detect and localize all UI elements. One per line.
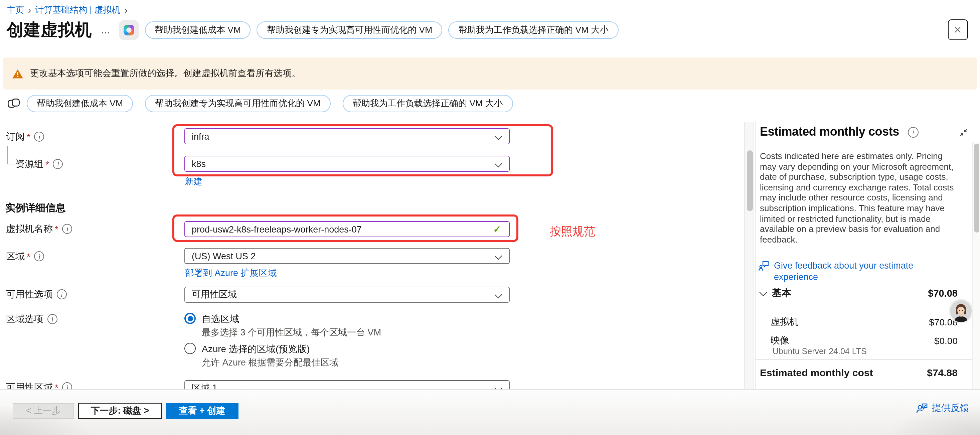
info-icon[interactable]: i xyxy=(48,314,57,324)
subscription-dropdown[interactable]: infra xyxy=(185,128,510,144)
subscription-value: infra xyxy=(192,131,209,141)
region-label: 区域 xyxy=(6,250,25,262)
copilot-suggestion-right-size[interactable]: 帮助我为工作负载选择正确的 VM 大小 xyxy=(448,21,619,38)
resource-group-label-row: 资源组 * i xyxy=(15,158,63,170)
required-asterisk: * xyxy=(45,159,49,169)
person-feedback-icon xyxy=(916,403,928,414)
zone-options-label: 区域选项 xyxy=(6,313,43,325)
estimated-costs-panel: Estimated monthly costs i Costs indicate… xyxy=(754,122,980,389)
region-dropdown[interactable]: (US) West US 2 xyxy=(185,248,510,264)
availability-options-dropdown[interactable]: 可用性区域 xyxy=(185,287,510,303)
panel-divider xyxy=(755,359,972,359)
region-label-row: 区域 * i xyxy=(6,250,45,262)
feedback-bubbles-icon xyxy=(758,260,770,272)
required-asterisk: * xyxy=(55,223,59,234)
chevron-right-icon: › xyxy=(28,6,31,14)
radio-azure-label[interactable]: Azure 选择的区域(预览版) xyxy=(202,343,310,355)
region-value: (US) West US 2 xyxy=(192,251,256,261)
cost-row-value: $0.00 xyxy=(934,335,958,346)
info-icon[interactable]: i xyxy=(34,251,45,261)
page-title: 创建虚拟机 xyxy=(7,19,92,41)
give-feedback-link[interactable]: 提供反馈 xyxy=(916,402,969,414)
tree-connector-line xyxy=(7,146,15,164)
radio-self-selected-zones[interactable] xyxy=(185,313,196,324)
close-button[interactable] xyxy=(948,19,968,40)
copilot-suggestion-high-availability[interactable]: 帮助我创建专为实现高可用性而优化的 VM xyxy=(145,94,330,112)
chevron-down-icon xyxy=(495,133,502,140)
next-step-disks-button[interactable]: 下一步: 磁盘 > xyxy=(78,403,162,419)
create-vm-page: 主页 › 计算基础结构 | 虚拟机 › 创建虚拟机 … 帮助我创建低成本 VM … xyxy=(0,0,980,435)
chevron-down-icon xyxy=(495,252,502,260)
edge-zone-link[interactable]: 部署到 Azure 扩展区域 xyxy=(185,267,277,279)
estimate-feedback-text: Give feedback about your estimate experi… xyxy=(774,260,931,283)
chevron-down-icon xyxy=(759,288,767,296)
warning-banner: 更改基本选项可能会重置所做的选择。创建虚拟机前查看所有选项。 xyxy=(3,57,977,89)
info-icon[interactable]: i xyxy=(53,159,63,169)
required-asterisk: * xyxy=(27,131,30,142)
chevron-down-icon xyxy=(495,160,502,168)
info-icon[interactable]: i xyxy=(34,132,45,142)
resource-group-dropdown[interactable]: k8s xyxy=(185,156,510,172)
availability-label-row: 可用性选项 i xyxy=(6,288,67,300)
radio-self-label[interactable]: 自选区域 xyxy=(202,313,239,325)
breadcrumb-virtual-machines[interactable]: 计算基础结构 | 虚拟机 xyxy=(35,4,120,16)
cost-row-image: 映像 $0.00 xyxy=(771,335,958,347)
cost-total-label: Estimated monthly cost xyxy=(760,367,873,378)
availability-options-value: 可用性区域 xyxy=(192,288,237,301)
cost-row-label: 虚拟机 xyxy=(771,316,799,328)
zone-options-label-row: 区域选项 i xyxy=(6,313,57,325)
chevron-right-icon: › xyxy=(124,6,127,14)
title-row: 创建虚拟机 … 帮助我创建低成本 VM 帮助我创建专为实现高可用性而优化的 VM… xyxy=(7,19,619,41)
instance-details-heading: 实例详细信息 xyxy=(5,202,65,215)
vm-name-label-row: 虚拟机名称 * i xyxy=(6,223,73,234)
subscription-label: 订阅 xyxy=(6,131,25,143)
valid-check-icon: ✓ xyxy=(493,224,501,234)
main-scrollbar-thumb[interactable] xyxy=(746,150,752,211)
cost-row-vm: 虚拟机 $70.08 xyxy=(771,316,958,328)
radio-self-subtext: 最多选择 3 个可用性区域，每个区域一台 VM xyxy=(202,327,381,339)
chevron-down-icon xyxy=(495,291,502,299)
copilot-suggestion-row: 帮助我创建低成本 VM 帮助我创建专为实现高可用性而优化的 VM 帮助我为工作负… xyxy=(7,94,513,112)
copilot-icon xyxy=(123,24,134,35)
cost-row-value: $70.08 xyxy=(928,288,958,298)
give-feedback-text: 提供反馈 xyxy=(932,402,969,414)
panel-scrollbar[interactable] xyxy=(972,142,980,389)
vm-name-input[interactable]: prod-usw2-k8s-freeleaps-worker-nodes-07 … xyxy=(185,221,510,237)
cost-total-value: $74.88 xyxy=(927,367,958,378)
info-icon[interactable]: i xyxy=(62,224,73,234)
cost-row-label: 基本 xyxy=(772,287,791,300)
radio-azure-subtext: 允许 Azure 根据需要分配最佳区域 xyxy=(202,357,339,369)
vm-name-label: 虚拟机名称 xyxy=(6,223,53,235)
more-options-icon[interactable]: … xyxy=(100,24,111,35)
image-subtext: Ubuntu Server 24.04 LTS xyxy=(773,347,867,356)
panel-title-row: Estimated monthly costs i xyxy=(760,125,918,139)
radio-azure-selected-zones[interactable] xyxy=(185,343,196,354)
required-asterisk: * xyxy=(27,251,30,261)
breadcrumb-home[interactable]: 主页 xyxy=(7,4,24,16)
main-scrollbar[interactable] xyxy=(744,122,754,389)
collapse-panel-icon[interactable] xyxy=(959,128,968,137)
copilot-suggestion-low-cost[interactable]: 帮助我创建低成本 VM xyxy=(27,94,133,112)
info-icon[interactable]: i xyxy=(908,127,918,137)
resource-group-value: k8s xyxy=(192,159,206,169)
copilot-suggestion-high-availability[interactable]: 帮助我创建专为实现高可用性而优化的 VM xyxy=(257,21,442,38)
wizard-buttons: < 上一步 下一步: 磁盘 > 查看 + 创建 xyxy=(13,403,239,419)
vm-name-value: prod-usw2-k8s-freeleaps-worker-nodes-07 xyxy=(192,224,362,234)
panel-title: Estimated monthly costs xyxy=(760,125,899,139)
panel-scrollbar-thumb[interactable] xyxy=(974,143,979,233)
cost-row-basic[interactable]: 基本 $70.08 xyxy=(759,287,958,300)
copilot-suggestion-right-size[interactable]: 帮助我为工作负载选择正确的 VM 大小 xyxy=(342,94,513,112)
warning-text: 更改基本选项可能会重置所做的选择。创建虚拟机前查看所有选项。 xyxy=(30,67,301,80)
previous-step-button[interactable]: < 上一步 xyxy=(13,403,74,419)
review-create-button[interactable]: 查看 + 创建 xyxy=(165,403,239,419)
copilot-suggestion-low-cost[interactable]: 帮助我创建低成本 VM xyxy=(145,21,251,38)
footer-bar: < 上一步 下一步: 磁盘 > 查看 + 创建 提供反馈 xyxy=(0,389,980,435)
info-icon[interactable]: i xyxy=(57,289,67,300)
estimate-feedback-link[interactable]: Give feedback about your estimate experi… xyxy=(758,260,931,283)
create-new-link[interactable]: 新建 xyxy=(185,176,202,188)
presenter-avatar[interactable] xyxy=(948,299,973,323)
close-icon xyxy=(953,25,962,34)
copilot-button[interactable] xyxy=(119,20,138,40)
breadcrumb: 主页 › 计算基础结构 | 虚拟机 › xyxy=(7,4,127,16)
cost-total-row: Estimated monthly cost $74.88 xyxy=(760,367,958,378)
